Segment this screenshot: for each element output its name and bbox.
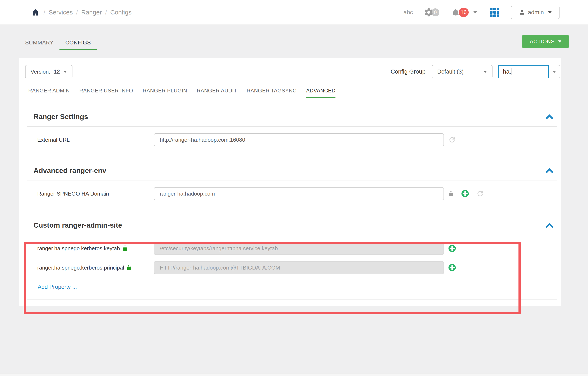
person-icon <box>519 9 525 16</box>
section-title: Advanced ranger-env <box>33 166 106 175</box>
chevron-up-icon <box>546 222 553 228</box>
bell-icon <box>451 8 460 17</box>
add-property-link[interactable]: Add Property ... <box>38 284 77 290</box>
property-label: Ranger SPNEGO HA Domain <box>37 190 154 197</box>
section-custom-ranger-admin-site: Custom ranger-admin-site ranger.ha.spneg… <box>19 221 561 299</box>
collapse-section-button[interactable] <box>546 222 553 228</box>
property-filter: ha. <box>498 65 560 78</box>
tab-ranger-plugin[interactable]: RANGER PLUGIN <box>143 88 187 98</box>
service-tabbar: SUMMARY CONFIGS ACTIONS <box>0 25 588 58</box>
configs-panel: Version: 12 Config Group Default (3) ha. <box>19 58 561 306</box>
tab-ranger-tagsync[interactable]: RANGER TAGSYNC <box>247 88 296 98</box>
breadcrumb-separator: / <box>105 9 107 16</box>
user-menu-caret-icon <box>548 11 552 13</box>
external-url-input[interactable]: http://ranger-ha.hadoop.com:16080 <box>154 133 444 146</box>
section-divider <box>27 299 557 299</box>
config-group-label: Config Group <box>390 68 426 75</box>
collapse-section-button[interactable] <box>546 114 553 120</box>
section-title: Custom ranger-admin-site <box>33 221 122 229</box>
tab-configs[interactable]: CONFIGS <box>60 39 97 50</box>
horizontal-scrollbar-track[interactable] <box>0 373 588 376</box>
tab-ranger-audit[interactable]: RANGER AUDIT <box>197 88 237 98</box>
service-tabs: SUMMARY CONFIGS <box>19 39 97 50</box>
breadcrumb-item-ranger[interactable]: Ranger <box>81 9 102 16</box>
chevron-up-icon <box>546 114 553 120</box>
filter-caret-icon <box>552 71 556 73</box>
cluster-name-label[interactable]: abc <box>403 9 413 16</box>
config-group-value: Default (3) <box>437 68 464 75</box>
breadcrumb-item-services[interactable]: Services <box>49 9 73 16</box>
version-caret-icon <box>63 71 67 73</box>
chevron-up-icon <box>546 168 553 173</box>
alerts-caret-icon <box>473 11 477 13</box>
lock-icon <box>448 190 454 197</box>
filter-input[interactable]: ha. <box>498 65 549 78</box>
home-icon[interactable] <box>32 8 39 16</box>
green-plus-override-icon[interactable] <box>461 190 469 198</box>
config-row: External URL http://ranger-ha.hadoop.com… <box>19 133 561 146</box>
page: / Services / Ranger / Configs abc 0 16 a… <box>0 0 588 376</box>
tab-ranger-user-info[interactable]: RANGER USER INFO <box>79 88 133 98</box>
version-label: Version: <box>31 68 50 75</box>
property-label: ranger.ha.spnego.kerberos.principal <box>37 265 154 271</box>
configs-toolbar: Version: 12 Config Group Default (3) ha. <box>19 58 561 78</box>
kerberos-principal-input: HTTP/ranger-ha.hadoop.com@TTBIGDATA.COM <box>154 261 444 274</box>
filter-input-value: ha. <box>503 68 511 75</box>
actions-button[interactable]: ACTIONS <box>522 35 569 48</box>
filter-dropdown-toggle[interactable] <box>549 65 560 78</box>
actions-caret-icon <box>558 40 561 43</box>
config-row: ranger.ha.spnego.kerberos.principal HTTP… <box>19 261 561 274</box>
config-row: ranger.ha.spnego.kerberos.keytab /etc/se… <box>19 242 561 255</box>
undo-refresh-icon[interactable] <box>448 136 456 144</box>
version-dropdown[interactable]: Version: 12 <box>25 65 73 78</box>
breadcrumb-separator: / <box>76 9 78 16</box>
breadcrumb: / Services / Ranger / Configs <box>32 8 132 16</box>
background-operations-button[interactable]: 0 <box>424 8 439 17</box>
section-divider <box>27 126 557 127</box>
section-ranger-settings: Ranger Settings External URL http://rang… <box>19 112 561 146</box>
breadcrumb-item-configs: Configs <box>110 9 132 16</box>
tab-ranger-admin[interactable]: RANGER ADMIN <box>28 88 70 98</box>
user-name: admin <box>528 9 544 16</box>
section-title: Ranger Settings <box>33 112 88 121</box>
tab-advanced[interactable]: ADVANCED <box>306 88 336 98</box>
undo-refresh-icon[interactable] <box>476 190 484 198</box>
header-actions: abc 0 16 admin <box>403 6 559 19</box>
views-grid-icon[interactable] <box>490 8 499 17</box>
lock-icon <box>122 245 128 252</box>
tab-summary[interactable]: SUMMARY <box>19 39 60 50</box>
green-plus-override-icon[interactable] <box>448 264 456 272</box>
spnego-ha-domain-input[interactable]: ranger-ha.hadoop.com <box>154 187 444 200</box>
alerts-button[interactable]: 16 <box>451 8 477 17</box>
text-cursor <box>512 68 512 75</box>
gear-icon <box>424 8 433 17</box>
property-label: ranger.ha.spnego.kerberos.keytab <box>37 245 154 252</box>
config-category-tabs: RANGER ADMIN RANGER USER INFO RANGER PLU… <box>28 88 561 98</box>
config-group-caret-icon <box>483 71 487 73</box>
toolbar-right: Config Group Default (3) ha. <box>390 65 560 78</box>
config-group-dropdown[interactable]: Default (3) <box>432 65 493 78</box>
config-row: Ranger SPNEGO HA Domain ranger-ha.hadoop… <box>19 187 561 200</box>
user-menu-button[interactable]: admin <box>511 6 559 19</box>
version-value: 12 <box>54 68 60 75</box>
section-divider <box>27 180 557 180</box>
section-divider <box>27 235 557 235</box>
section-advanced-ranger-env: Advanced ranger-env Ranger SPNEGO HA Dom… <box>19 166 561 200</box>
green-plus-override-icon[interactable] <box>448 244 456 252</box>
collapse-section-button[interactable] <box>546 168 553 173</box>
top-header: / Services / Ranger / Configs abc 0 16 a… <box>0 0 588 25</box>
lock-icon <box>126 265 132 271</box>
breadcrumb-separator: / <box>43 9 45 16</box>
kerberos-keytab-input: /etc/security/keytabs/rangerhttpha.servi… <box>154 242 444 255</box>
actions-button-label: ACTIONS <box>530 38 555 45</box>
property-label: External URL <box>37 137 154 143</box>
